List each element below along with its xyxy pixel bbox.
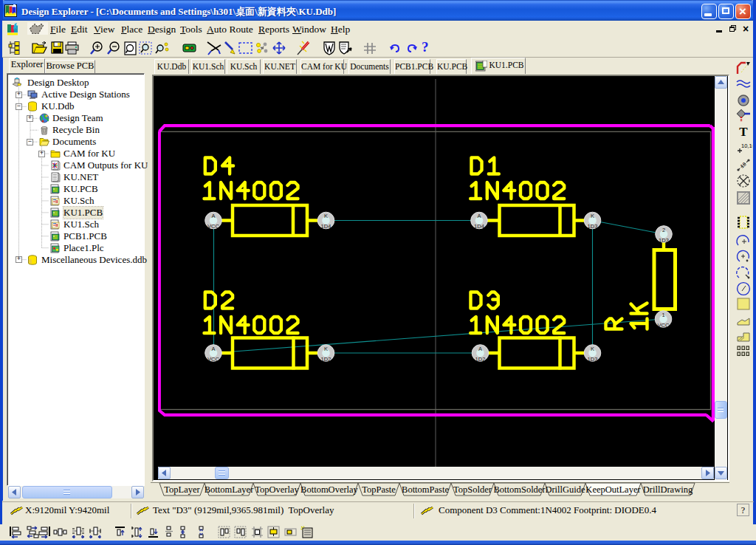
svg-text:TopLayer: TopLayer (164, 484, 200, 495)
svg-text:KeepOutLayer: KeepOutLayer (585, 484, 641, 495)
svg-text:DrillDrawing: DrillDrawing (643, 484, 693, 495)
svg-text:1D3: 1D3 (587, 223, 597, 230)
svg-text:TopPaste: TopPaste (362, 484, 396, 495)
svg-text:10: 10 (739, 161, 747, 168)
svg-text:A: A (478, 345, 481, 352)
svg-text:1D2: 1D2 (320, 355, 331, 362)
svg-text:K: K (323, 345, 327, 352)
svg-text:BottomOverlay: BottomOverlay (300, 484, 359, 495)
svg-text:DrillGuide: DrillGuide (545, 484, 585, 495)
svg-text:1: 1 (662, 311, 664, 318)
svg-text:A: A (477, 213, 481, 219)
svg-text:VCC: VCC (207, 355, 219, 362)
svg-text:TopSolder: TopSolder (453, 484, 492, 495)
svg-text:1D2: 1D2 (475, 355, 485, 362)
svg-text:1D3: 1D3 (587, 355, 597, 362)
svg-text:K: K (590, 213, 594, 219)
svg-text:1D4: 1D4 (474, 223, 484, 230)
svg-text:BottomPaste: BottomPaste (402, 484, 449, 495)
svg-text:1D3: 1D3 (659, 236, 669, 243)
svg-text:BottomSolder: BottomSolder (493, 484, 546, 495)
svg-text:1D4: 1D4 (320, 223, 331, 230)
svg-text:A: A (211, 213, 215, 219)
svg-text:VCC: VCC (657, 321, 669, 328)
svg-text:T: T (739, 125, 748, 139)
svg-text:TopOverlay: TopOverlay (255, 484, 299, 495)
svg-text:10,10: 10,10 (741, 143, 752, 149)
svg-text:K: K (590, 345, 594, 352)
svg-text:VCC: VCC (207, 223, 219, 230)
svg-text:BottomLayer: BottomLayer (205, 484, 254, 495)
svg-text:K: K (323, 213, 327, 219)
svg-text:2: 2 (662, 226, 664, 233)
svg-text:A: A (211, 345, 215, 352)
